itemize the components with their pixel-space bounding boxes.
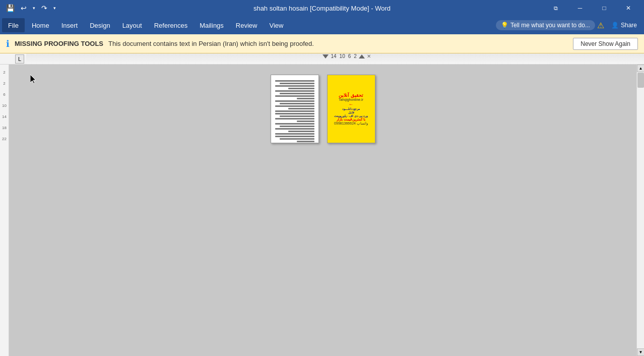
close-button[interactable]: ✕ (617, 0, 640, 16)
ad-body-line3: ورد-پی دی اف - پاورپوینت (334, 114, 368, 117)
ad-site: Tahqighonline.ir (339, 98, 363, 101)
notification-bar: ℹ MISSING PROOFING TOOLS This document c… (0, 34, 644, 53)
scroll-track[interactable] (637, 72, 644, 348)
never-show-again-button[interactable]: Never Show Again (573, 38, 638, 50)
page-1-thumbnail[interactable] (271, 75, 319, 143)
page-2-thumbnail[interactable]: تحقیق آنلاین Tahqighonline.ir ← مرجع دان… (327, 75, 375, 143)
tab-layout[interactable]: Layout (116, 18, 148, 32)
save-icon[interactable]: 💾 (4, 3, 17, 13)
document-canvas[interactable]: تحقیق آنلاین Tahqighonline.ir ← مرجع دان… (9, 65, 636, 356)
document-title: shah soltan hosain [Compatibility Mode] … (253, 5, 391, 12)
maximize-button[interactable]: □ (593, 0, 616, 16)
vruler-num: 10 (2, 100, 7, 111)
ad-arrow-icon: ← (349, 101, 354, 107)
undo-icon[interactable]: ↩ (19, 3, 29, 13)
notification-title: MISSING PROOFING TOOLS (15, 40, 103, 47)
tab-stop-icon[interactable]: L (15, 54, 24, 64)
indent-top-icon[interactable] (323, 54, 329, 58)
restore-window-button[interactable]: ⧉ (544, 0, 567, 16)
tab-view[interactable]: View (263, 18, 289, 32)
tab-file[interactable]: File (2, 18, 25, 32)
notification-message: This document contains text in Persian (… (108, 40, 314, 47)
minimize-button[interactable]: ─ (568, 0, 592, 16)
warning-icon: ⚠ (595, 19, 606, 32)
lightbulb-icon: 💡 (501, 22, 508, 29)
tab-mailings[interactable]: Mailings (194, 18, 230, 32)
ad-title: تحقیق آنلاین (339, 93, 363, 98)
vruler-num: 22 (2, 133, 7, 144)
tab-review[interactable]: Review (230, 18, 264, 32)
vruler-num: 2 (3, 78, 5, 89)
tell-me-input[interactable]: 💡 Tell me what you want to do... (496, 20, 595, 30)
tab-home[interactable]: Home (26, 18, 55, 32)
ruler-horizontal: 14 10 6 2 ✕ (26, 53, 644, 64)
ad-phone: 09981366624 واتساپ (334, 122, 368, 126)
ad-price-label: با کمترین قیمت بازار (337, 117, 366, 122)
scroll-down-button[interactable]: ▼ (637, 348, 644, 356)
redo-icon[interactable]: ↷ (39, 3, 49, 13)
indent-bottom-icon[interactable] (359, 54, 365, 58)
ribbon-tabs: File Home Insert Design Layout Reference… (0, 16, 644, 34)
vruler-num: 6 (3, 89, 5, 100)
customize-icon[interactable]: ▾ (51, 5, 58, 12)
tab-references[interactable]: References (148, 18, 194, 32)
ad-body-line2: فایل (348, 110, 354, 114)
ad-content: تحقیق آنلاین Tahqighonline.ir ← مرجع دان… (328, 75, 375, 143)
vertical-ruler: 2 2 6 10 14 18 22 (0, 65, 9, 356)
vruler-num: 18 (2, 122, 7, 133)
tab-insert[interactable]: Insert (55, 18, 84, 32)
horizontal-ruler: L 14 10 6 2 ✕ (0, 53, 644, 65)
title-bar: 💾 ↩ ▾ ↷ ▾ shah soltan hosain [Compatibil… (0, 0, 644, 16)
vruler-num: 14 (2, 111, 7, 122)
main-area: 2 2 6 10 14 18 22 (0, 65, 644, 356)
info-icon: ℹ (6, 38, 10, 49)
scroll-up-button[interactable]: ▲ (637, 65, 644, 72)
ruler-indicator: 14 10 6 2 ✕ (323, 53, 370, 59)
ad-body-line1: مرجع دانلـــود (342, 107, 360, 110)
vertical-scrollbar[interactable]: ▲ ▼ (636, 65, 644, 356)
scroll-thumb[interactable] (637, 73, 644, 88)
person-icon: 👤 (611, 22, 619, 29)
share-button[interactable]: 👤 Share (606, 20, 642, 31)
ruler-numbers: 14 10 6 2 (331, 53, 356, 59)
quick-access-toolbar: 💾 ↩ ▾ ↷ ▾ (4, 3, 58, 13)
ruler-close-icon[interactable]: ✕ (367, 53, 371, 59)
tab-design[interactable]: Design (84, 18, 116, 32)
undo-dropdown-icon[interactable]: ▾ (31, 5, 37, 12)
window-controls: ⧉ ─ □ ✕ (544, 0, 640, 16)
vruler-num: 2 (3, 67, 5, 78)
